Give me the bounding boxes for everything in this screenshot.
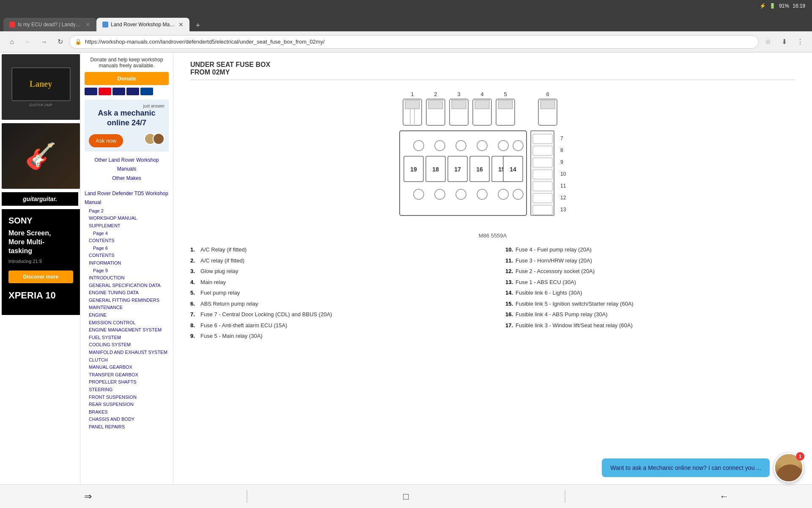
svg-text:4: 4: [480, 91, 483, 97]
propeller-link[interactable]: PROPELLER SHAFTS: [85, 378, 169, 386]
svg-rect-19: [540, 100, 555, 109]
lock-icon: 🔒: [75, 39, 82, 45]
svg-text:12: 12: [560, 195, 566, 201]
ems-link[interactable]: ENGINE MANAGEMENT SYSTEM: [85, 326, 169, 334]
transfer-gearbox-link[interactable]: TRANSFER GEARBOX: [85, 371, 169, 379]
divider1: [247, 490, 247, 503]
address-bar[interactable]: 🔒 https://workshop-manuals.com/landrover…: [69, 35, 759, 49]
engine-link[interactable]: ENGINE: [85, 312, 169, 319]
page4-link[interactable]: Page 4: [85, 230, 169, 237]
brakes-link[interactable]: BRAKES: [85, 409, 169, 416]
bluetooth-icon: ⚡: [760, 3, 766, 9]
svg-rect-32: [533, 170, 552, 179]
refresh-button[interactable]: ↻: [53, 35, 67, 49]
fuse-item-8: 8. Fuse 6 - Anti-theft alarm ECU (15A): [190, 321, 480, 330]
bookmark-button[interactable]: ☆: [761, 35, 775, 49]
other-makes-link[interactable]: Other Makes: [85, 174, 169, 183]
new-tab-button[interactable]: +: [192, 19, 204, 31]
donate-button[interactable]: Donate: [85, 72, 169, 85]
menu-button[interactable]: ⋮: [793, 35, 807, 49]
fuse-item-15: 15. Fusible link 5 - Ignition switch/Sta…: [505, 300, 795, 308]
chassis-link[interactable]: CHASSIS AND BODY: [85, 416, 169, 423]
manual-gearbox-link[interactable]: MANUAL GEARBOX: [85, 364, 169, 371]
svg-text:2: 2: [434, 91, 437, 97]
svg-rect-15: [475, 100, 489, 109]
fuse-item-14: 14. Fusible link 6 - Lights (30A): [505, 289, 795, 297]
contents2-link[interactable]: CONTENTS: [85, 252, 169, 260]
back-button[interactable]: ←: [21, 35, 35, 49]
laney-ad[interactable]: Laney GUITAR AMP: [2, 54, 80, 120]
download-button[interactable]: ⬇: [777, 35, 791, 49]
home-nav-button[interactable]: □: [389, 488, 423, 505]
main-content: UNDER SEAT FUSE BOX FROM 02MY 1 2 3 4 5 …: [173, 52, 812, 508]
general-spec-link[interactable]: GENERAL SPECIFICATION DATA: [85, 282, 169, 290]
steering-link[interactable]: STEERING: [85, 386, 169, 394]
svg-rect-31: [533, 158, 552, 167]
front-susp-link[interactable]: FRONT SUSPENSION: [85, 394, 169, 401]
svg-text:6: 6: [546, 91, 549, 97]
manifold-link[interactable]: MANIFOLD AND EXHAUST SYSTEM: [85, 349, 169, 356]
svg-text:18: 18: [432, 166, 439, 173]
svg-text:1: 1: [411, 91, 414, 97]
ask-mechanic-ad: just answer Ask a mechanic online 24/7 A…: [85, 99, 169, 152]
svg-rect-33: [533, 182, 552, 191]
maintenance-link[interactable]: MAINTENANCE: [85, 304, 169, 312]
discover-more-btn[interactable]: Discover more: [8, 271, 73, 283]
tab-2[interactable]: Land Rover Workshop Manu... ✕: [96, 18, 189, 31]
guitar-ad[interactable]: 🎸: [2, 123, 80, 189]
fuse-item-1: 1. A/C Relay (if fitted): [190, 246, 480, 254]
url-text: https://workshop-manuals.com/landrover/d…: [85, 39, 753, 45]
ask-now-button[interactable]: Ask now: [89, 134, 123, 147]
information-link[interactable]: INFORMATION: [85, 260, 169, 267]
panel-repairs-link[interactable]: PANEL REPAIRS: [85, 423, 169, 431]
page6-link[interactable]: Page 6: [85, 245, 169, 252]
other-lr-manuals-link[interactable]: Other Land Rover Workshop Manuals: [85, 156, 169, 174]
svg-text:19: 19: [410, 166, 417, 173]
home-button[interactable]: ⌂: [5, 35, 19, 49]
battery-percentage: 91%: [779, 3, 789, 9]
fuel-link[interactable]: FUEL SYSTEM: [85, 334, 169, 342]
tab2-favicon: [102, 22, 108, 28]
system-bar: ⚡ 🔋 91% 16:19: [0, 0, 812, 12]
emission-link[interactable]: EMISSION CONTROL: [85, 319, 169, 327]
clutch-link[interactable]: CLUTCH: [85, 356, 169, 364]
back-nav-button[interactable]: ←: [707, 488, 741, 505]
lr-td5-link[interactable]: Land Rover Defender TD5 Workshop Manual: [85, 189, 169, 207]
fuse-item-16: 16. Fusible link 4 - ABS Pump relay (30A…: [505, 310, 795, 319]
engine-tuning-link[interactable]: ENGINE TUNING DATA: [85, 289, 169, 297]
fuse-item-17: 17. Fusible link 3 - Window lift/Seat he…: [505, 321, 795, 330]
fuse-item-5: 5. Fuel pump relay: [190, 289, 480, 297]
svg-rect-11: [428, 100, 443, 109]
guitarguitar-ad[interactable]: guitarguitar.: [2, 192, 78, 206]
fuse-item-9: 9. Fuse 5 - Main relay (30A): [190, 332, 480, 340]
contents1-link[interactable]: CONTENTS: [85, 237, 169, 245]
svg-rect-34: [533, 193, 552, 203]
introduction-link[interactable]: INTRODUCTION: [85, 274, 169, 282]
fuse-item-13: 13. Fuse 1 - ABS ECU (30A): [505, 278, 795, 287]
diagram-reference: M86 5559A: [190, 232, 795, 239]
rear-susp-link[interactable]: REAR SUSPENSION: [85, 401, 169, 409]
donate-text: Donate and help keep workshop manuals fr…: [85, 57, 169, 69]
cooling-link[interactable]: COOLING SYSTEM: [85, 341, 169, 349]
chat-message[interactable]: Want to ask a Mechanic online now? I can…: [602, 458, 770, 477]
tab-1[interactable]: Is my ECU dead? | LandyZon... ✕: [3, 18, 96, 31]
fuse-list-left: 1. A/C Relay (if fitted) 2. A/C relay (i…: [190, 246, 480, 343]
nav-links: Other Land Rover Workshop Manuals Other …: [85, 156, 169, 431]
fitting-reminders-link[interactable]: GENERAL FITTING REMINDERS: [85, 297, 169, 304]
chat-widget[interactable]: Want to ask a Mechanic online now? I can…: [602, 453, 804, 483]
page9-link[interactable]: Page 9: [85, 267, 169, 275]
toolbar: ⌂ ← → ↻ 🔒 https://workshop-manuals.com/l…: [0, 31, 812, 52]
tab2-close[interactable]: ✕: [178, 21, 184, 28]
fuse-item-10: 10. Fuse 4 - Fuel pump relay (20A): [505, 246, 795, 254]
page-title: UNDER SEAT FUSE BOX FROM 02MY: [190, 61, 795, 80]
page2-link[interactable]: Page 2: [85, 207, 169, 215]
sony-ad[interactable]: SONY More Screen,More Multi-tasking Intr…: [2, 209, 80, 315]
chat-badge: 1: [796, 452, 804, 461]
tab1-close[interactable]: ✕: [85, 21, 91, 28]
forward-button[interactable]: →: [37, 35, 51, 49]
fuse-diagram: 1 2 3 4 5 6: [190, 88, 795, 224]
tab-switcher-button[interactable]: ⇒: [71, 488, 105, 505]
fuse-list-right: 10. Fuse 4 - Fuel pump relay (20A) 11. F…: [505, 246, 795, 343]
chat-avatar-container[interactable]: 1: [774, 453, 804, 483]
workshop-supplement-link[interactable]: WORKSHOP MANUAL SUPPLEMENT: [85, 215, 169, 229]
